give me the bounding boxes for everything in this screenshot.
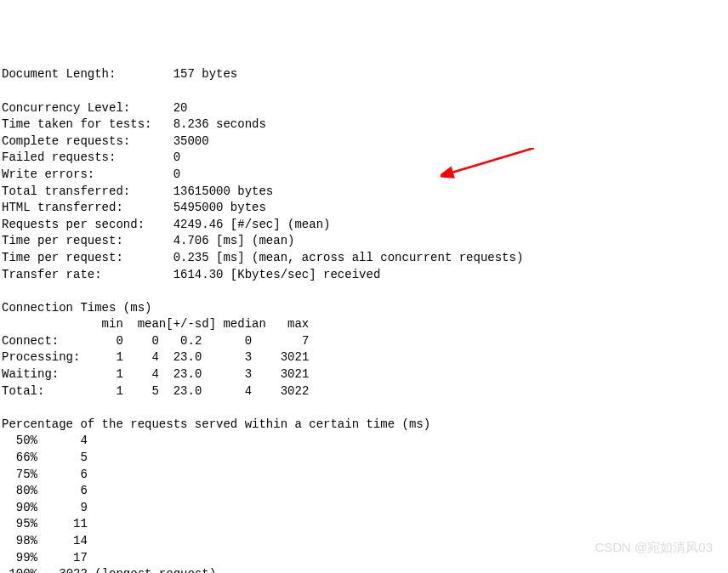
html-transferred-row: HTML transferred: 5495000 bytes: [2, 201, 266, 214]
pct-row-95: 95% 11: [2, 517, 88, 530]
time-per-request-1-row: Time per request: 4.706 [ms] (mean): [2, 234, 294, 247]
pct-row-99: 99% 17: [2, 551, 88, 564]
complete-requests-row: Complete requests: 35000: [2, 134, 209, 148]
pct-row-66: 66% 5: [2, 451, 88, 464]
write-errors-row: Write errors: 0: [2, 167, 180, 181]
pct-row-75: 75% 6: [2, 468, 88, 481]
concurrency-level-row: Concurrency Level: 20: [2, 101, 187, 115]
connect-row: Connect: 0 0 0.2 0 7: [2, 334, 309, 348]
total-transferred-row: Total transferred: 13615000 bytes: [2, 184, 273, 198]
pct-row-100: 100% 3022 (longest request): [2, 567, 216, 573]
pct-row-98: 98% 14: [2, 534, 88, 547]
transfer-rate-row: Transfer rate: 1614.30 [Kbytes/sec] rece…: [2, 268, 380, 281]
time-per-request-2-row: Time per request: 0.235 [ms] (mean, acro…: [2, 251, 523, 264]
connection-times-header: min mean[+/-sd] median max: [2, 317, 309, 331]
connection-times-title: Connection Times (ms): [2, 301, 151, 315]
processing-row: Processing: 1 4 23.0 3 3021: [2, 350, 309, 364]
document-length-row: Document Length: 157 bytes: [2, 67, 237, 81]
terminal-output: Document Length: 157 bytes Concurrency L…: [0, 66, 728, 573]
waiting-row: Waiting: 1 4 23.0 3 3021: [2, 367, 309, 381]
pct-row-80: 80% 6: [2, 484, 88, 497]
total-row: Total: 1 5 23.0 4 3022: [2, 384, 309, 398]
percentages-title: Percentage of the requests served within…: [2, 417, 430, 431]
pct-row-50: 50% 4: [2, 434, 88, 447]
pct-row-90: 90% 9: [2, 501, 88, 514]
requests-per-second-row: Requests per second: 4249.46 [#/sec] (me…: [2, 218, 330, 231]
failed-requests-row: Failed requests: 0: [2, 150, 180, 164]
time-taken-row: Time taken for tests: 8.236 seconds: [2, 117, 266, 131]
